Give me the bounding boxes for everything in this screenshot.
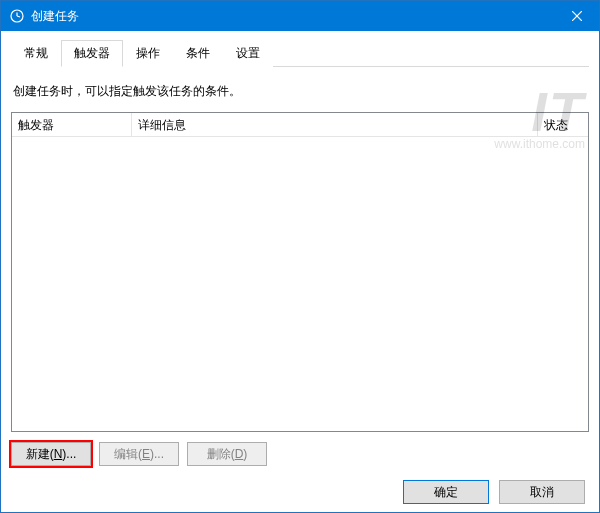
tab-conditions[interactable]: 条件 — [173, 40, 223, 67]
clock-icon — [9, 8, 25, 24]
action-row: 新建(N)... 编辑(E)... 删除(D) — [11, 442, 589, 466]
tab-general[interactable]: 常规 — [11, 40, 61, 67]
window-title: 创建任务 — [31, 8, 79, 25]
column-details[interactable]: 详细信息 — [132, 113, 538, 136]
tab-triggers[interactable]: 触发器 — [61, 40, 123, 67]
table-body[interactable] — [12, 137, 588, 431]
ok-button[interactable]: 确定 — [403, 480, 489, 504]
svg-line-2 — [17, 16, 20, 17]
delete-button: 删除(D) — [187, 442, 267, 466]
tab-actions[interactable]: 操作 — [123, 40, 173, 67]
column-status[interactable]: 状态 — [538, 113, 588, 136]
close-button[interactable] — [554, 1, 599, 31]
column-trigger[interactable]: 触发器 — [12, 113, 132, 136]
triggers-table: 触发器 详细信息 状态 — [11, 112, 589, 432]
cancel-button[interactable]: 取消 — [499, 480, 585, 504]
tab-settings[interactable]: 设置 — [223, 40, 273, 67]
new-button[interactable]: 新建(N)... — [11, 442, 91, 466]
table-header: 触发器 详细信息 状态 — [12, 113, 588, 137]
edit-button: 编辑(E)... — [99, 442, 179, 466]
titlebar: 创建任务 — [1, 1, 599, 31]
dialog-footer: 确定 取消 — [11, 480, 589, 504]
tab-bar: 常规 触发器 操作 条件 设置 — [11, 39, 589, 67]
tab-description: 创建任务时，可以指定触发该任务的条件。 — [13, 83, 587, 100]
